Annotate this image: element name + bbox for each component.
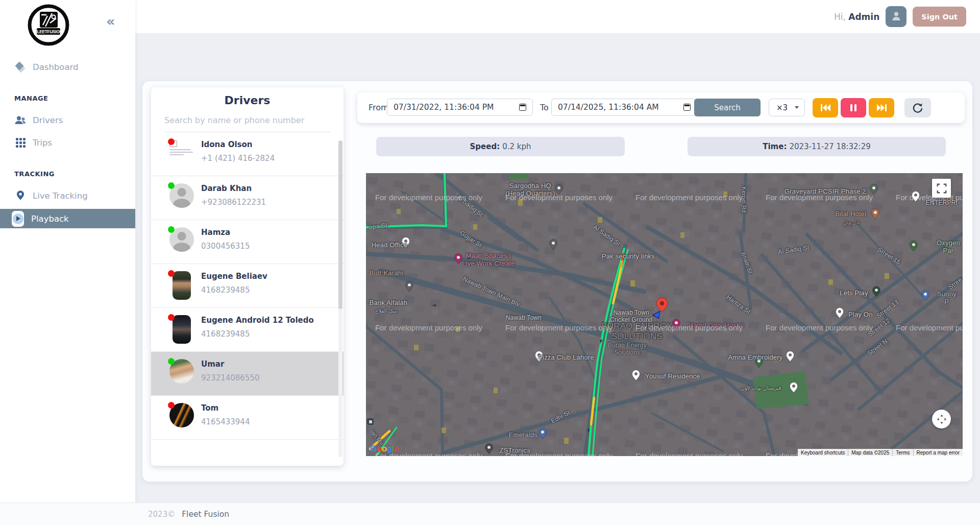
sidebar-item-drivers[interactable]: Drivers (0, 110, 135, 130)
playback-controls: From 07/31/2022, 11:36:04 PM To 07/14/20… (357, 92, 965, 123)
map-attribution-link[interactable]: Map data ©2025 (848, 449, 892, 456)
driver-name: Idona Olson (201, 140, 275, 149)
fullscreen-icon (936, 183, 947, 194)
driver-avatar (169, 183, 194, 220)
sidebar-item-trips[interactable]: Trips (0, 133, 135, 152)
sidebar-item-dashboard[interactable]: Dashboard (0, 57, 135, 77)
driver-row[interactable]: Idona Olson+1 (421) 416-2824 (151, 132, 344, 176)
sign-out-button[interactable]: Sign Out (913, 7, 966, 27)
drivers-panel-title: Drivers (151, 94, 344, 107)
playback-speed-select[interactable]: ×3 (769, 99, 805, 116)
time-label: Time: (763, 142, 787, 151)
driver-avatar (169, 227, 194, 264)
driver-phone: 923214086550 (201, 373, 260, 383)
topbar: Hi, Admin Sign Out (135, 0, 980, 33)
trips-grid-icon (14, 138, 27, 148)
from-datetime-input[interactable]: 07/31/2022, 11:36:04 PM (387, 99, 533, 116)
person-icon (890, 10, 902, 24)
map-attribution-link[interactable]: Terms (892, 449, 913, 456)
map-canvas[interactable]: Google Keyboard shortcutsMap data ©2025T… (366, 173, 963, 456)
time-value: 2023-11-27 18:32:29 (789, 142, 870, 151)
username: Admin (848, 12, 879, 22)
driver-name: Eugene Android 12 Toledo (201, 316, 314, 325)
sidebar-item-label: Playback (31, 214, 69, 224)
status-dot (168, 314, 175, 321)
sidebar: FLEETFUSION « Dashboard MANAGE Drivers T… (0, 0, 135, 503)
status-dot (168, 182, 175, 189)
driver-avatar (169, 403, 194, 439)
driver-name: Tom (201, 403, 250, 413)
sidebar-item-live-tracking[interactable]: Live Tracking (0, 186, 135, 205)
dashboard-diamond-icon (14, 62, 27, 71)
status-dot (168, 226, 175, 233)
bus-stop-icon (367, 418, 374, 425)
fast-forward-icon (875, 103, 888, 113)
driver-list: Idona Olson+1 (421) 416-2824 Darab Khan+… (151, 132, 344, 440)
calendar-icon[interactable] (519, 104, 526, 111)
refresh-button[interactable] (904, 98, 931, 117)
fleetfusion-logo: FLEETFUSION (27, 4, 70, 49)
driver-phone: 4168239485 (201, 329, 314, 339)
sidebar-section-tracking: TRACKING (14, 170, 55, 178)
to-datetime-input[interactable]: 07/14/2025, 11:36:04 AM (551, 99, 697, 116)
scrollbar-thumb[interactable] (338, 140, 342, 309)
driver-row[interactable]: Eugene Android 12 Toledo4168239485 (151, 308, 344, 352)
driver-name: Hamza (201, 228, 250, 237)
driver-phone: +1 (421) 416-2824 (201, 154, 275, 163)
driver-phone: 0300456315 (201, 242, 250, 251)
from-datetime-value: 07/31/2022, 11:36:04 PM (394, 103, 514, 112)
status-dot (168, 358, 175, 365)
calendar-icon[interactable] (683, 104, 691, 111)
rewind-button[interactable] (813, 98, 838, 117)
map-attribution-link[interactable]: Keyboard shortcuts (798, 449, 848, 456)
driver-row[interactable]: Tom4165433944 (151, 396, 344, 440)
search-button[interactable]: Search (694, 99, 761, 116)
footer-year: 2023© (148, 510, 175, 519)
to-datetime-value: 07/14/2025, 11:36:04 AM (558, 103, 678, 112)
drivers-people-icon (14, 116, 27, 125)
drivers-panel: Drivers Idona Olson+1 (421) 416-2824 Dar… (151, 87, 344, 466)
driver-row[interactable]: Eugene Beliaev4168239485 (151, 264, 344, 308)
sidebar-item-label: Dashboard (33, 62, 79, 72)
speed-status: Speed: 0.2 kph (376, 137, 625, 156)
speed-value: 0.2 kph (502, 142, 531, 151)
footer: 2023© Fleet Fusion (0, 503, 980, 525)
driver-phone: 4168239485 (201, 285, 267, 295)
rewind-icon (819, 103, 832, 113)
driver-row[interactable]: Darab Khan+923086122231 (151, 176, 344, 220)
driver-row-selected[interactable]: Umar923214086550 (151, 352, 344, 396)
driver-avatar (169, 315, 194, 351)
time-status: Time: 2023-11-27 18:32:29 (688, 137, 946, 156)
driver-search-input[interactable] (164, 110, 330, 132)
sidebar-item-playback[interactable]: Playback (0, 209, 135, 228)
sidebar-item-label: Drivers (33, 115, 63, 125)
greeting-text: Hi, Admin (834, 12, 879, 22)
to-label: To (540, 103, 549, 112)
google-logo[interactable]: Google (370, 444, 399, 454)
map-attribution-link[interactable]: Report a map error (913, 449, 963, 456)
driver-avatar (169, 359, 194, 395)
chevron-down-icon (795, 106, 799, 109)
map-park (753, 371, 809, 409)
pause-button[interactable] (841, 98, 866, 117)
sidebar-item-label: Live Tracking (33, 191, 88, 201)
driver-phone: +923086122231 (201, 198, 266, 207)
sidebar-collapse-button[interactable]: « (106, 14, 115, 28)
map-fullscreen-button[interactable] (932, 179, 951, 198)
from-label: From (369, 103, 389, 112)
status-dot (168, 138, 175, 145)
driver-row[interactable]: Hamza0300456315 (151, 220, 344, 264)
map-attribution: Keyboard shortcutsMap data ©2025TermsRep… (798, 449, 963, 456)
driver-avatar (169, 271, 194, 307)
user-avatar-button[interactable] (886, 6, 906, 27)
map-pan-button[interactable] (932, 410, 951, 428)
driver-name: Umar (201, 360, 260, 369)
speed-select-value: ×3 (776, 103, 788, 112)
driver-phone: 4165433944 (201, 417, 250, 426)
driver-avatar (169, 139, 194, 176)
pause-icon (849, 103, 857, 112)
driver-name: Eugene Beliaev (201, 272, 267, 281)
speed-label: Speed: (470, 142, 500, 151)
fast-forward-button[interactable] (869, 98, 894, 117)
driver-name: Darab Khan (201, 184, 266, 193)
